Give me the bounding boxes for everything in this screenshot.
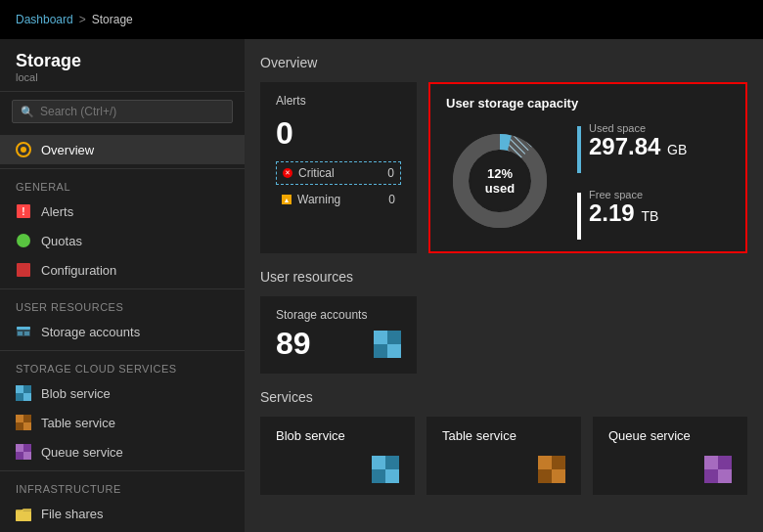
sidebar-label-configuration: Configuration: [41, 263, 116, 278]
used-space-stat: Used space 297.84 GB: [577, 122, 687, 173]
sidebar-item-quotas[interactable]: Quotas: [0, 226, 245, 255]
capacity-body: 12% used Used space 297.84 GB: [446, 122, 730, 240]
quotas-icon: [16, 233, 31, 248]
storage-accounts-icon: [16, 324, 31, 339]
critical-alert-row[interactable]: Critical 0: [276, 161, 401, 185]
svg-rect-36: [372, 469, 385, 483]
critical-icon: [283, 168, 292, 178]
svg-text:!: !: [22, 206, 24, 217]
alerts-card-title: Alerts: [276, 94, 401, 108]
sidebar-label-overview: Overview: [41, 143, 94, 157]
section-general: General: [0, 173, 245, 197]
breadcrumb-dashboard[interactable]: Dashboard: [16, 13, 73, 26]
sidebar-label-file-shares: File shares: [41, 507, 104, 521]
capacity-card: User storage capacity: [428, 82, 747, 253]
blob-service-icon: [372, 456, 399, 483]
used-value: 297.84 GB: [589, 134, 687, 159]
svg-rect-19: [23, 444, 31, 452]
free-space-stat: Free space 2.19 TB: [577, 189, 687, 240]
svg-rect-38: [538, 456, 552, 469]
sidebar-item-overview[interactable]: Overview: [0, 135, 245, 164]
svg-rect-5: [17, 263, 30, 277]
sidebar-item-blob-service[interactable]: Blob service: [0, 378, 245, 408]
svg-rect-21: [23, 452, 31, 460]
storage-accounts-count: 89: [276, 326, 311, 362]
svg-rect-43: [718, 456, 732, 469]
stat-block: Used space 297.84 GB Free space: [577, 122, 687, 240]
service-card-blob[interactable]: Blob service: [260, 417, 415, 495]
svg-rect-7: [17, 327, 30, 330]
svg-rect-40: [538, 469, 552, 483]
storage-accounts-title: Storage accounts: [276, 308, 401, 322]
sidebar-item-configuration[interactable]: Configuration: [0, 255, 245, 285]
section-user-resources: User resources: [0, 293, 245, 317]
critical-count: 0: [387, 166, 394, 180]
user-resources-title: User resources: [260, 269, 747, 285]
svg-rect-13: [23, 393, 31, 401]
svg-rect-15: [23, 415, 31, 422]
search-box[interactable]: 🔍: [12, 100, 233, 123]
sidebar-item-alerts[interactable]: ! Alerts: [0, 197, 245, 226]
search-input[interactable]: [40, 105, 224, 118]
overview-icon: [16, 142, 31, 157]
main-layout: Storage local 🔍 Overview General ! Alert…: [0, 39, 763, 532]
sidebar-label-quotas: Quotas: [41, 234, 82, 248]
free-info: Free space 2.19 TB: [589, 189, 658, 226]
sidebar-label-queue: Queue service: [41, 445, 123, 460]
sidebar-item-queue-service[interactable]: Queue service: [0, 437, 245, 466]
svg-rect-39: [552, 456, 565, 469]
alerts-card: Alerts 0 Critical 0 Warning 0: [260, 82, 417, 253]
breadcrumb: Dashboard > Storage: [16, 13, 133, 26]
svg-rect-30: [374, 331, 387, 344]
svg-rect-44: [704, 469, 718, 483]
svg-rect-23: [16, 511, 31, 521]
overview-title: Overview: [260, 55, 747, 70]
used-info: Used space 297.84 GB: [589, 122, 687, 159]
table-service-title: Table service: [442, 428, 565, 443]
warning-alert-row[interactable]: Warning 0: [276, 189, 401, 210]
warning-icon: [282, 195, 292, 204]
breadcrumb-current: Storage: [92, 13, 133, 26]
svg-rect-14: [16, 415, 23, 422]
svg-rect-17: [23, 422, 31, 430]
section-storage-cloud-services: Storage cloud services: [0, 355, 245, 378]
storage-accounts-count-row: 89: [276, 326, 401, 362]
svg-rect-9: [24, 332, 29, 335]
svg-rect-35: [385, 456, 399, 469]
sidebar-item-storage-accounts[interactable]: Storage accounts: [0, 317, 245, 346]
svg-rect-18: [16, 444, 23, 452]
free-bar: [577, 193, 581, 240]
sidebar-label-storage-accounts: Storage accounts: [41, 325, 140, 339]
sidebar-item-file-shares[interactable]: File shares: [0, 499, 245, 528]
blob-icon: [16, 385, 31, 401]
alerts-count: 0: [276, 115, 401, 152]
search-icon: 🔍: [21, 106, 34, 118]
services-section: Services Blob service Table service: [260, 389, 747, 495]
svg-rect-33: [387, 344, 401, 358]
content-area: Overview Alerts 0 Critical 0 Warning 0: [245, 39, 763, 532]
table-icon: [16, 415, 31, 430]
warning-count: 0: [388, 193, 395, 206]
sidebar-label-alerts: Alerts: [41, 204, 73, 219]
capacity-title: User storage capacity: [446, 96, 730, 111]
svg-rect-8: [18, 332, 22, 335]
svg-rect-31: [387, 331, 401, 344]
service-card-table[interactable]: Table service: [426, 417, 581, 495]
svg-rect-12: [16, 393, 23, 401]
blob-service-title: Blob service: [276, 428, 399, 443]
warning-label: Warning: [297, 193, 382, 206]
donut-chart: 12% used: [446, 127, 554, 235]
top-nav: Dashboard > Storage: [0, 0, 763, 39]
svg-rect-34: [372, 456, 385, 469]
user-resources-section: User resources Storage accounts 89: [260, 269, 747, 374]
alerts-icon: !: [16, 203, 31, 219]
storage-accounts-card[interactable]: Storage accounts 89: [260, 296, 417, 374]
services-title: Services: [260, 389, 747, 405]
services-row: Blob service Table service: [260, 417, 747, 495]
service-card-queue[interactable]: Queue service: [593, 417, 747, 495]
svg-point-29: [471, 152, 529, 210]
svg-point-4: [17, 234, 30, 247]
sidebar-label-blob: Blob service: [41, 386, 111, 401]
sidebar-item-table-service[interactable]: Table service: [0, 408, 245, 437]
storage-accounts-card-icon: [374, 331, 401, 358]
